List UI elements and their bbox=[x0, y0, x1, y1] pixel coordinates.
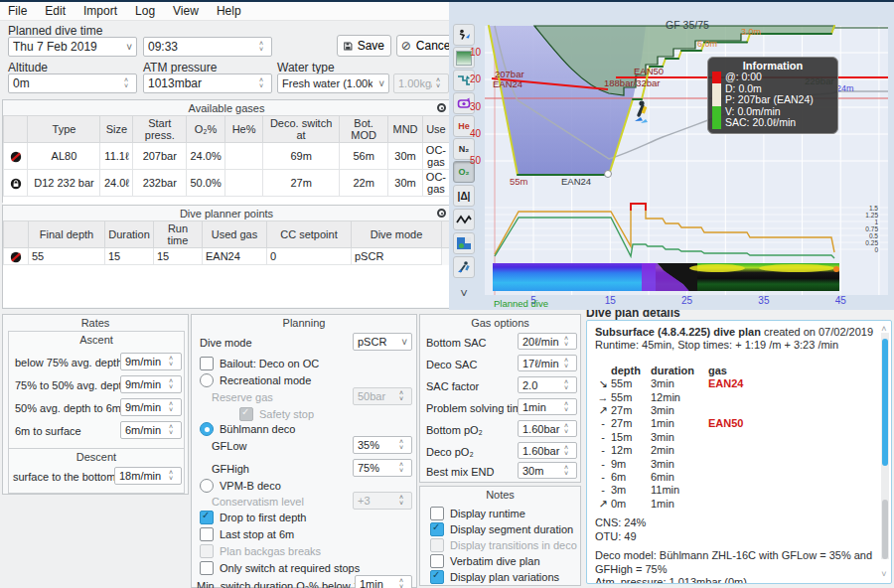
col-dive-mode[interactable]: Dive mode bbox=[352, 221, 442, 248]
cell-he[interactable] bbox=[225, 170, 263, 197]
display-runtime-checkbox[interactable] bbox=[430, 507, 444, 520]
cell-used-gas[interactable]: EAN24 bbox=[203, 248, 267, 265]
menu-log[interactable]: Log bbox=[135, 4, 155, 18]
bottom-sac-spinbox[interactable]: 20ℓ/min bbox=[518, 333, 577, 350]
col-he[interactable]: He% bbox=[225, 116, 263, 143]
dive-mode-combobox[interactable]: pSCR bbox=[353, 333, 412, 351]
cell-type[interactable]: D12 232 bar bbox=[28, 170, 100, 197]
spinner-arrows-icon[interactable] bbox=[560, 465, 572, 477]
col-final-depth[interactable]: Final depth bbox=[29, 221, 105, 248]
spinner-arrows-icon[interactable] bbox=[395, 578, 407, 588]
gas-row[interactable]: AL80 11.1ℓ 207bar 24.0% 69m 56m 30m OC-g… bbox=[4, 143, 450, 170]
menu-help[interactable]: Help bbox=[217, 4, 241, 18]
display-segment-row[interactable]: Display segment duration bbox=[430, 522, 573, 536]
vpmb-radio-row[interactable]: VPM-B deco bbox=[200, 479, 281, 493]
spinner-arrows-icon[interactable] bbox=[165, 378, 177, 390]
spinner-arrows-icon[interactable] bbox=[395, 462, 407, 474]
col-bot-mod[interactable]: Bot. MOD bbox=[340, 116, 388, 143]
best-mix-end-spinbox[interactable]: 30m bbox=[518, 462, 577, 479]
col-size[interactable]: Size bbox=[100, 116, 133, 143]
spinner-arrows-icon[interactable] bbox=[560, 423, 572, 435]
col-duration[interactable]: Duration bbox=[105, 221, 154, 248]
problem-time-spinbox[interactable]: 1min bbox=[518, 398, 577, 415]
spinner-arrows-icon[interactable] bbox=[255, 41, 267, 53]
bailout-checkbox-row[interactable]: Bailout: Deco on OC bbox=[200, 357, 319, 370]
cell-final-depth[interactable]: 55 bbox=[29, 248, 105, 265]
gflow-spinbox[interactable]: 35% bbox=[353, 436, 412, 454]
cell-deco-switch[interactable]: 27m bbox=[263, 170, 340, 197]
col-o2[interactable]: O₂% bbox=[187, 116, 225, 143]
menu-import[interactable]: Import bbox=[83, 4, 117, 18]
cell-mod[interactable]: 22m bbox=[340, 170, 388, 197]
spinner-arrows-icon[interactable] bbox=[165, 356, 177, 368]
recreational-radio[interactable] bbox=[200, 373, 214, 387]
col-mnd[interactable]: MND bbox=[388, 116, 423, 143]
dive-time-spinbox[interactable]: 09:33 bbox=[143, 37, 272, 57]
spinner-arrows-icon[interactable] bbox=[165, 424, 177, 436]
cell-dive-mode[interactable]: pSCR bbox=[352, 248, 442, 265]
details-scrollbar[interactable] bbox=[881, 333, 889, 559]
gfhigh-spinbox[interactable]: 75% bbox=[353, 459, 412, 477]
plan-variations-checkbox[interactable] bbox=[430, 570, 444, 584]
gas-disabled-icon[interactable] bbox=[10, 151, 22, 163]
water-type-combobox[interactable]: Fresh water (1.00kg/ℓ) bbox=[277, 74, 389, 93]
spinner-arrows-icon[interactable] bbox=[560, 358, 572, 369]
altitude-spinbox[interactable]: 0m bbox=[8, 74, 137, 93]
spinner-arrows-icon[interactable] bbox=[120, 77, 132, 89]
spinner-arrows-icon[interactable] bbox=[560, 336, 572, 348]
cell-size[interactable]: 24.0ℓ bbox=[100, 170, 133, 197]
dive-plan-details-box[interactable]: Subsurface (4.8.4.225) dive plan created… bbox=[586, 320, 892, 584]
deco-po2-spinbox[interactable]: 1.60bar bbox=[518, 442, 577, 459]
planner-point-row[interactable]: 55 15 15 EAN24 0 pSCR bbox=[4, 248, 450, 265]
scroll-down-icon[interactable] bbox=[879, 568, 889, 581]
point-disabled-icon[interactable] bbox=[10, 251, 22, 263]
spinner-arrows-icon[interactable] bbox=[165, 470, 177, 482]
cell-mnd[interactable]: 30m bbox=[388, 170, 423, 197]
ascent-rate-4-spinbox[interactable]: 6m/min bbox=[120, 421, 182, 439]
cell-use[interactable]: OC-gas bbox=[422, 170, 449, 197]
spinner-arrows-icon[interactable] bbox=[165, 401, 177, 413]
only-switch-checkbox[interactable] bbox=[200, 561, 214, 575]
sac-factor-spinbox[interactable]: 2.0 bbox=[518, 376, 577, 393]
scrollbar-track-lower[interactable] bbox=[882, 500, 888, 559]
recreational-radio-row[interactable]: Recreational mode bbox=[200, 373, 311, 387]
panel-settings-icon[interactable] bbox=[437, 103, 446, 112]
cell-mod[interactable]: 56m bbox=[340, 143, 388, 170]
only-switch-row[interactable]: Only switch at required stops bbox=[200, 561, 360, 575]
spinner-arrows-icon[interactable] bbox=[560, 401, 572, 413]
menu-file[interactable]: File bbox=[8, 4, 27, 18]
min-switch-spinbox[interactable]: 1min bbox=[355, 575, 412, 588]
bottom-po2-spinbox[interactable]: 1.60bar bbox=[518, 420, 577, 437]
planner-handle-point[interactable] bbox=[605, 171, 612, 178]
last-stop-checkbox[interactable] bbox=[200, 527, 214, 541]
cell-mnd[interactable]: 30m bbox=[388, 143, 423, 170]
buhlmann-radio[interactable] bbox=[200, 422, 214, 436]
cell-start[interactable]: 207bar bbox=[133, 143, 187, 170]
descent-rate-spinbox[interactable]: 18m/min bbox=[114, 467, 182, 485]
information-tooltip[interactable]: Information @: 0:00 D: 0.0m P: 207bar (E… bbox=[707, 57, 838, 134]
col-use[interactable]: Use bbox=[422, 116, 449, 143]
cell-start[interactable]: 232bar bbox=[133, 170, 187, 197]
col-deco-switch[interactable]: Deco. switch at bbox=[263, 116, 340, 143]
spinner-arrows-icon[interactable] bbox=[560, 445, 572, 457]
gas-locked-icon[interactable] bbox=[10, 178, 22, 190]
verbatim-plan-checkbox[interactable] bbox=[430, 554, 444, 568]
spinner-arrows-icon[interactable] bbox=[255, 77, 267, 89]
cell-type[interactable]: AL80 bbox=[28, 143, 100, 170]
menu-view[interactable]: View bbox=[173, 4, 199, 18]
spinner-arrows-icon[interactable] bbox=[395, 439, 407, 451]
last-stop-row[interactable]: Last stop at 6m bbox=[200, 527, 294, 541]
buhlmann-radio-row[interactable]: Bühlmann deco bbox=[200, 422, 295, 436]
cell-size[interactable]: 11.1ℓ bbox=[100, 143, 133, 170]
menu-edit[interactable]: Edit bbox=[45, 4, 66, 18]
cell-he[interactable] bbox=[225, 143, 263, 170]
col-used-gas[interactable]: Used gas bbox=[203, 221, 267, 248]
col-cc-setpoint[interactable]: CC setpoint bbox=[267, 221, 352, 248]
save-button[interactable]: Save bbox=[337, 35, 391, 57]
dive-profile-chart[interactable]: 10 20 30 40 50 5 15 25 35 45 1.5 1.25 1 … bbox=[447, 8, 894, 310]
cell-o2[interactable]: 24.0% bbox=[187, 143, 225, 170]
plan-variations-row[interactable]: Display plan variations bbox=[430, 570, 559, 584]
scrollbar-thumb[interactable] bbox=[882, 339, 888, 466]
display-segment-checkbox[interactable] bbox=[430, 522, 444, 536]
drop-first-depth-row[interactable]: Drop to first depth bbox=[200, 511, 306, 524]
